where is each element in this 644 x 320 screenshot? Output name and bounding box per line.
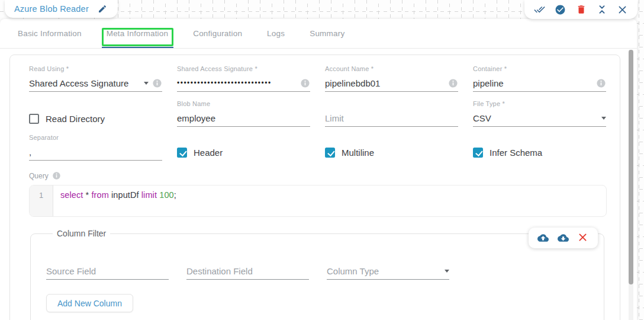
info-icon[interactable]	[300, 78, 310, 88]
source-field-input[interactable]	[46, 266, 169, 276]
edit-title-icon[interactable]	[97, 4, 108, 15]
scrollbar-track[interactable]	[629, 50, 633, 320]
info-icon[interactable]	[152, 78, 162, 88]
info-icon[interactable]	[52, 171, 61, 180]
cloud-download-icon[interactable]	[558, 232, 569, 244]
info-icon[interactable]	[448, 78, 458, 88]
sas-label: Shared Access Signature *	[177, 65, 310, 73]
tab-basic-information[interactable]: Basic Information	[18, 19, 94, 48]
multiline-label: Multiline	[342, 148, 374, 158]
separator-label: Separator	[29, 134, 162, 142]
limit-input[interactable]	[325, 113, 458, 123]
close-icon[interactable]	[617, 4, 628, 15]
read-directory-option: Read Directory	[29, 100, 162, 127]
tab-label: Basic Information	[18, 29, 82, 38]
blob-name-value: employee	[177, 113, 310, 123]
node-title-chip: Azure Blob Reader	[5, 0, 118, 18]
collapse-icon[interactable]	[596, 4, 607, 15]
read-using-field[interactable]: Read Using * Shared Access Signature	[29, 65, 162, 92]
dropdown-caret-icon[interactable]	[445, 270, 449, 273]
read-using-value: Shared Access Signature	[29, 78, 140, 88]
query-label-row: Query	[29, 171, 606, 180]
file-type-value: CSV	[473, 113, 598, 123]
limit-field[interactable]	[325, 100, 458, 127]
account-name-field[interactable]: Account Name * pipelinebdb01	[325, 65, 458, 92]
info-icon[interactable]	[596, 78, 606, 88]
destination-field-input[interactable]	[186, 266, 309, 276]
editor-line-number-gutter: 1	[30, 185, 53, 216]
read-using-label: Read Using *	[29, 65, 162, 73]
dropdown-caret-icon[interactable]	[144, 82, 149, 85]
account-name-value: pipelinebdb01	[325, 78, 445, 88]
shared-access-signature-field[interactable]: Shared Access Signature * ••••••••••••••…	[177, 65, 310, 92]
blob-name-label: Blob Name	[177, 100, 310, 108]
node-toolbar	[524, 0, 637, 19]
remove-filter-icon[interactable]	[578, 232, 589, 244]
file-type-field[interactable]: File Type * CSV	[473, 100, 606, 127]
query-code-editor[interactable]: 1 select * from inputDf limit 100;	[29, 185, 607, 217]
tab-logs[interactable]: Logs	[255, 19, 297, 48]
code-line[interactable]: select * from inputDf limit 100;	[53, 185, 183, 216]
node-title: Azure Blob Reader	[14, 4, 89, 14]
tab-label: Logs	[267, 29, 285, 38]
account-name-label: Account Name *	[325, 65, 458, 73]
container-value: pipeline	[473, 78, 593, 88]
validate-all-icon[interactable]	[534, 4, 545, 15]
validated-check-circle-icon[interactable]	[555, 4, 566, 15]
column-filter-actions	[529, 228, 598, 248]
multiline-option: Multiline	[325, 134, 458, 161]
file-type-label: File Type *	[473, 100, 606, 108]
header-option: Header	[177, 134, 310, 161]
column-filter-legend: Column Filter	[53, 229, 110, 238]
tab-meta-information[interactable]: Meta Information	[94, 19, 181, 48]
query-label: Query	[29, 172, 49, 180]
delete-node-icon[interactable]	[575, 4, 587, 15]
tab-bar: Basic Information Meta Information Confi…	[0, 19, 637, 49]
tab-configuration[interactable]: Configuration	[181, 19, 255, 48]
column-filter-fieldset: Column Filter	[30, 229, 604, 320]
infer-schema-option: Infer Schema	[473, 134, 606, 161]
scrollbar-thumb[interactable]	[629, 50, 633, 284]
blob-name-field[interactable]: Blob Name employee	[177, 100, 310, 127]
add-new-column-button[interactable]: Add New Column	[46, 294, 133, 312]
tab-summary[interactable]: Summary	[297, 19, 357, 48]
tab-label: Meta Information	[107, 29, 169, 38]
dropdown-caret-icon[interactable]	[601, 117, 606, 120]
meta-information-form-card: Read Using * Shared Access Signature Sha…	[9, 55, 620, 320]
pipeline-editor-screen: Azure Blob Reader Basic Information	[0, 0, 644, 320]
container-field[interactable]: Container * pipeline	[473, 65, 606, 92]
infer-schema-label: Infer Schema	[490, 148, 542, 158]
header-label: Header	[194, 148, 223, 158]
tab-label: Summary	[310, 29, 344, 38]
cloud-upload-icon[interactable]	[537, 232, 549, 244]
read-directory-checkbox[interactable]	[29, 114, 39, 124]
separator-value: ,	[29, 147, 162, 157]
column-type-field[interactable]: Column Type	[327, 264, 449, 280]
infer-schema-checkbox[interactable]	[473, 148, 483, 158]
source-field[interactable]	[46, 264, 169, 280]
container-label: Container *	[473, 65, 606, 73]
sas-masked-value: ••••••••••••••••••••••••••••	[177, 79, 310, 87]
read-directory-label: Read Directory	[46, 114, 105, 124]
destination-field[interactable]	[186, 264, 309, 280]
column-type-placeholder: Column Type	[327, 266, 441, 276]
tab-label: Configuration	[193, 29, 242, 38]
node-config-modal: Basic Information Meta Information Confi…	[0, 19, 637, 320]
header-checkbox[interactable]	[177, 148, 187, 158]
active-tab-indicator	[102, 47, 174, 49]
separator-field[interactable]: Separator ,	[29, 134, 162, 161]
multiline-checkbox[interactable]	[325, 148, 335, 158]
